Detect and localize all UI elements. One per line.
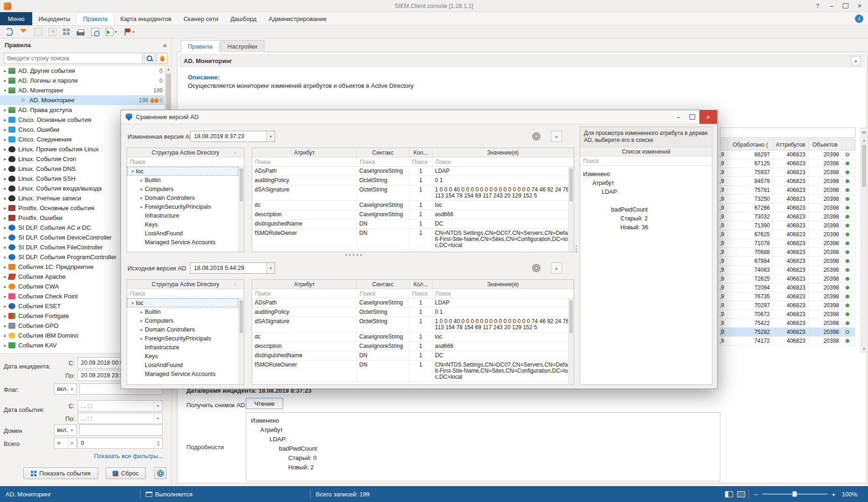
hot-filter-button[interactable] — [157, 53, 168, 64]
expand-arrow-icon[interactable] — [2, 68, 8, 73]
ad-tree-node[interactable]: Computers — [127, 184, 244, 193]
toolbar-button[interactable] — [4, 27, 14, 37]
attribute-row[interactable]: dSASignature OctetString 1 1 0 0 0 40 0 … — [252, 185, 574, 201]
column-header-syntax[interactable]: Синтакс — [357, 280, 409, 289]
attribute-row[interactable]: auditingPolicy OctetString 1 0 1 — [252, 308, 574, 317]
attribute-row[interactable]: ADsPath CaseIgnoreString 1 LDAP — [252, 167, 574, 176]
dialog-maximize-button[interactable] — [685, 110, 699, 124]
expand-arrow-icon[interactable] — [2, 196, 8, 201]
splitter-handle[interactable] — [576, 246, 577, 253]
help-button[interactable] — [811, 1, 824, 11]
layout-toggle-2[interactable] — [737, 486, 745, 502]
ad-tree-node[interactable]: Infrastructure — [127, 211, 244, 220]
splitter-handle[interactable] — [345, 254, 362, 256]
table-row[interactable]: ,9 67984 406823 20398 — [720, 257, 855, 266]
ad-tree-root[interactable]: loc — [127, 298, 238, 307]
expand-arrow-icon[interactable] — [138, 178, 145, 183]
panel-scrollbar[interactable] — [238, 167, 244, 252]
scroll-up-icon[interactable] — [861, 138, 867, 142]
expand-arrow-icon[interactable] — [2, 127, 8, 132]
dialog-title-bar[interactable]: Сравнение версий AD — [121, 110, 717, 124]
expand-arrow-icon[interactable] — [2, 274, 8, 279]
table-row[interactable]: ,9 71078 406823 20398 — [720, 239, 855, 248]
filter-settings-button[interactable] — [154, 467, 166, 479]
attribute-row[interactable]: ADsPath CaseIgnoreString 1 LDAP — [252, 298, 574, 308]
expand-arrow-icon[interactable] — [2, 304, 8, 309]
ad-tree-node[interactable]: Builtin — [127, 307, 244, 316]
collapse-section-button[interactable] — [851, 56, 861, 65]
table-row[interactable]: ,9 74063 406823 20398 — [720, 266, 855, 275]
dropdown-arrow-icon[interactable] — [266, 263, 275, 273]
zoom-out-button[interactable]: − — [754, 486, 758, 502]
ad-tree-node[interactable]: Infrastructure — [127, 343, 244, 352]
events-table-filter-row[interactable] — [720, 127, 855, 138]
toolbar-button[interactable] — [33, 27, 43, 37]
change-item[interactable]: LDAP: — [583, 187, 712, 196]
scrollbar-thumb[interactable] — [240, 300, 243, 333]
column-header-count[interactable]: Кол... — [409, 280, 433, 289]
dropdown-arrow-icon[interactable] — [133, 30, 135, 34]
dropdown-arrow-icon[interactable] — [154, 414, 162, 423]
expand-arrow-icon[interactable] — [2, 156, 8, 162]
expand-arrow-icon[interactable] — [2, 117, 8, 122]
table-row[interactable]: ,9 76735 406823 20398 — [720, 292, 855, 301]
panel-scrollbar[interactable] — [568, 167, 574, 252]
table-row[interactable]: ,9 70297 406823 20398 — [720, 301, 855, 310]
close-button[interactable] — [853, 1, 866, 11]
table-row[interactable]: ,9 67625 406823 20398 — [720, 230, 855, 239]
layout-toggle-1[interactable] — [725, 486, 733, 502]
column-header-status[interactable] — [842, 139, 855, 150]
attribute-row[interactable]: dc CaseIgnoreString 1 loc — [252, 201, 574, 210]
search-cell[interactable]: Поиск — [252, 289, 357, 298]
toolbar-button[interactable] — [18, 27, 29, 37]
table-row[interactable]: ,9 72094 406823 20398 — [720, 283, 855, 292]
expand-arrow-icon[interactable] — [2, 264, 8, 269]
column-header-syntax[interactable]: Синтакс — [357, 148, 409, 157]
tree-search-row[interactable]: Поиск — [127, 157, 244, 167]
toolbar-button[interactable] — [47, 27, 58, 37]
expand-arrow-icon[interactable] — [2, 107, 8, 113]
total-operator-select[interactable]: = — [54, 438, 77, 449]
changed-version-combobox[interactable]: 18.08.2019 8:37:23 — [190, 131, 275, 142]
search-cell[interactable]: Поиск — [409, 289, 433, 298]
expand-arrow-icon[interactable] — [129, 301, 136, 305]
minimize-button[interactable] — [825, 1, 838, 11]
info-icon[interactable] — [855, 14, 863, 23]
table-row[interactable]: ,9 75282 406823 20398 — [720, 328, 855, 337]
table-row[interactable]: ,9 67125 406823 20398 — [720, 159, 855, 168]
expand-arrow-icon[interactable] — [2, 284, 8, 289]
dropdown-arrow-icon[interactable] — [68, 384, 76, 394]
expand-arrow-icon[interactable] — [2, 235, 8, 240]
ad-tree-node[interactable]: Keys — [127, 352, 244, 361]
expand-arrow-icon[interactable] — [138, 196, 145, 200]
search-cell[interactable]: Поиск — [433, 157, 574, 166]
menu-tab[interactable]: Администрирование — [263, 12, 333, 25]
scrollbar-thumb[interactable] — [569, 300, 573, 333]
table-row[interactable]: ,9 75937 406823 20398 — [720, 168, 855, 177]
column-header-attribute[interactable]: Атрибут — [252, 280, 357, 289]
search-cell[interactable]: Поиск — [357, 157, 409, 166]
attribute-row[interactable]: fSMORoleOwner DN 1 CN=NTDS Settings,CN=D… — [252, 361, 574, 382]
total-value-stepper[interactable]: 0 — [78, 438, 163, 449]
tree-panel-header[interactable]: Структура Active Directory — [127, 280, 244, 289]
tree-item[interactable]: AD. Мониторинг 199 — [0, 85, 172, 95]
scrollbar-thumb[interactable] — [862, 145, 866, 187]
toolbar-button[interactable] — [122, 27, 136, 37]
gear-icon[interactable] — [532, 132, 541, 141]
collapse-panel-button[interactable] — [163, 41, 167, 49]
search-button[interactable] — [144, 53, 155, 64]
attribute-row[interactable]: description CaseIgnoreString 1 asd666 — [252, 210, 574, 219]
menu-tab[interactable]: Дашборд — [224, 12, 263, 25]
menu-tab[interactable]: Сканер сети — [178, 12, 224, 25]
tree-item[interactable]: AD. Другие события 0 — [0, 66, 172, 76]
attribute-row[interactable]: fSMORoleOwner DN 1 CN=NTDS Settings,CN=D… — [252, 229, 574, 250]
scroll-up-icon[interactable] — [165, 66, 172, 73]
tree-item[interactable]: AD. Мониторинг 199 — [0, 95, 172, 105]
expand-arrow-icon[interactable] — [2, 186, 8, 191]
toolbar-button[interactable] — [62, 27, 71, 37]
dropdown-arrow-icon[interactable] — [68, 438, 76, 448]
reset-button[interactable]: Сброс — [106, 467, 146, 479]
attribute-row[interactable]: dc CaseIgnoreString 1 loc — [252, 332, 574, 342]
expand-arrow-icon[interactable] — [138, 187, 145, 191]
ad-tree-node[interactable]: Builtin — [127, 176, 244, 184]
